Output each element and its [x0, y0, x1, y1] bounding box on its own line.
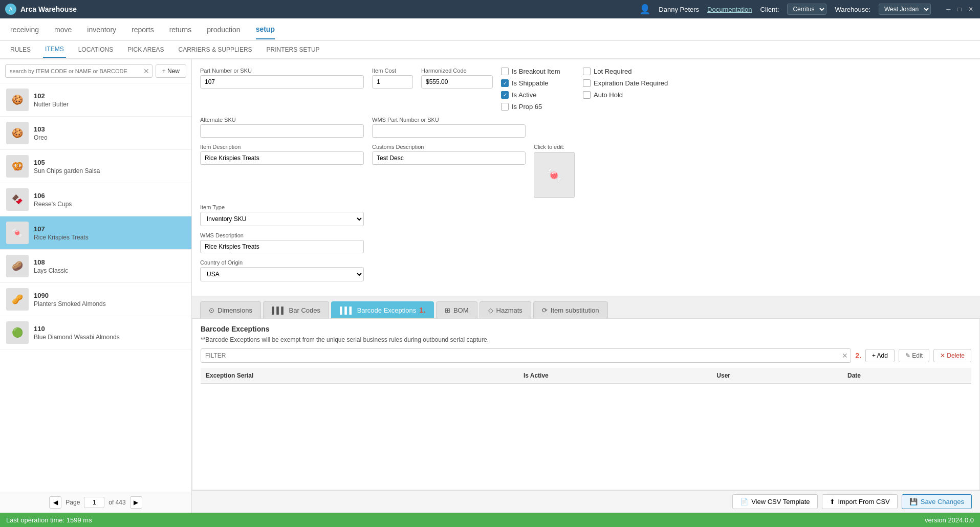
nav-setup[interactable]: setup: [256, 20, 275, 39]
checkbox-is-shippable[interactable]: ✓ Is Shippable: [501, 79, 573, 87]
tab-bom[interactable]: ⊞ BOM: [436, 301, 477, 318]
add-button[interactable]: + Add: [865, 349, 895, 362]
view-csv-button[interactable]: 📄 View CSV Template: [732, 494, 817, 509]
tab-content: Barcode Exceptions **Barcode Exceptions …: [192, 318, 980, 490]
item-desc-input[interactable]: [200, 151, 364, 165]
subnav-items[interactable]: ITEMS: [43, 41, 66, 58]
checkbox-is-prop65[interactable]: Is Prop 65: [501, 103, 573, 111]
subnav-locations[interactable]: LOCATIONS: [76, 42, 115, 57]
harmonized-code-input[interactable]: [421, 75, 493, 89]
nav-inventory[interactable]: inventory: [87, 20, 116, 39]
wms-part-input[interactable]: [372, 124, 526, 138]
filter-input-wrap: ✕: [201, 348, 851, 363]
filter-input[interactable]: [201, 348, 851, 363]
csv-icon: 📄: [740, 498, 748, 506]
item-name: Rice Krispies Treats: [34, 234, 185, 241]
be-badge-2: 2.: [855, 352, 861, 360]
item-cost-label: Item Cost: [372, 68, 413, 74]
checkbox-lot-required-label: Lot Required: [594, 68, 631, 75]
form-group-wmspart: WMS Part Number or SKU: [372, 117, 526, 138]
close-btn[interactable]: ✕: [967, 5, 975, 13]
list-item[interactable]: 🍬 107 Rice Krispies Treats: [0, 216, 191, 250]
tab-hazmats[interactable]: ◇ Hazmats: [480, 301, 531, 318]
warehouse-select[interactable]: West Jordan: [879, 4, 931, 15]
import-from-button[interactable]: ⬆ Import From CSV: [822, 494, 898, 509]
checkbox-is-breakout[interactable]: Is Breakout Item: [501, 68, 573, 75]
next-page-button[interactable]: ▶: [130, 496, 142, 509]
list-item[interactable]: 🟢 110 Blue Diamond Wasabi Almonds: [0, 316, 191, 349]
checkbox-lot-required-box[interactable]: [583, 68, 591, 75]
wms-desc-label: WMS Description: [200, 232, 364, 238]
list-item[interactable]: 🥜 1090 Planters Smoked Almonds: [0, 283, 191, 316]
checkbox-auto-hold-box[interactable]: [583, 91, 591, 99]
maximize-btn[interactable]: □: [955, 5, 964, 13]
wms-desc-input[interactable]: [200, 240, 364, 253]
page-input[interactable]: [84, 497, 104, 508]
item-type-select[interactable]: Inventory SKU: [200, 212, 364, 226]
checkbox-lot-required[interactable]: Lot Required: [583, 68, 655, 75]
item-list: 🍪 102 Nutter Butter 🍪 103 Oreo 🥨 105 Sun…: [0, 83, 191, 492]
documentation-link[interactable]: Documentation: [707, 6, 752, 13]
right-panel-inner: Part Number or SKU Item Cost Harmonized …: [192, 59, 980, 490]
tab-dimensions[interactable]: ⊙ Dimensions: [200, 301, 261, 318]
list-item[interactable]: 🍪 103 Oreo: [0, 117, 191, 150]
checkbox-auto-hold[interactable]: Auto Hold: [583, 91, 655, 99]
search-clear-icon[interactable]: ✕: [143, 67, 149, 75]
checkbox-is-breakout-box[interactable]: [501, 68, 509, 75]
bom-icon: ⊞: [445, 306, 450, 314]
form-group-itemdesc: Item Description: [200, 144, 364, 165]
search-input[interactable]: [5, 64, 153, 78]
form-row-2: Alternate SKU WMS Part Number or SKU: [200, 117, 972, 138]
nav-reports[interactable]: reports: [132, 20, 154, 39]
checkbox-is-active[interactable]: ✓ Is Active: [501, 91, 573, 99]
edit-button[interactable]: ✎ Edit: [899, 349, 929, 362]
save-changes-button[interactable]: 💾 Save Changes: [902, 494, 972, 509]
checkbox-exp-date[interactable]: Expiration Date Required: [583, 79, 668, 87]
product-image[interactable]: 🍬: [534, 152, 575, 198]
subnav-carriers[interactable]: CARRIERS & SUPPLIERS: [177, 42, 254, 57]
checkbox-is-active-box[interactable]: ✓: [501, 91, 509, 99]
user-name: Danny Peters: [659, 6, 699, 13]
nav-move[interactable]: move: [54, 20, 72, 39]
part-number-label: Part Number or SKU: [200, 68, 364, 74]
status-message: Last operation time: 1599 ms: [6, 516, 92, 524]
tab-barcodes[interactable]: ▌▌▌ Bar Codes: [263, 301, 329, 318]
prev-page-button[interactable]: ◀: [49, 496, 61, 509]
subnav-pick-areas[interactable]: PICK AREAS: [125, 42, 166, 57]
list-item[interactable]: 🍫 106 Reese's Cups: [0, 183, 191, 216]
tab-barcode-exceptions[interactable]: ▌▌▌ Barcode Exceptions 1.: [331, 301, 434, 318]
client-select[interactable]: Cerritus: [787, 4, 826, 15]
country-select[interactable]: USA: [200, 267, 364, 281]
filter-clear-icon[interactable]: ✕: [842, 352, 848, 360]
list-item[interactable]: 🥔 108 Lays Classic: [0, 250, 191, 283]
alt-sku-input[interactable]: [200, 124, 364, 138]
new-button[interactable]: + New: [156, 64, 186, 78]
list-item[interactable]: 🍪 102 Nutter Butter: [0, 83, 191, 117]
part-number-input[interactable]: [200, 75, 364, 89]
item-name: Oreo: [34, 134, 185, 141]
nav-receiving[interactable]: receiving: [10, 20, 39, 39]
subnav-rules[interactable]: RULES: [8, 42, 33, 57]
checkbox-exp-date-box[interactable]: [583, 79, 591, 87]
delete-button[interactable]: ✕ Delete: [933, 349, 971, 362]
right-panel: Part Number or SKU Item Cost Harmonized …: [192, 59, 980, 513]
item-cost-input[interactable]: [372, 75, 413, 89]
nav-production[interactable]: production: [207, 20, 240, 39]
checkbox-exp-date-label: Expiration Date Required: [594, 79, 668, 87]
hazmats-icon: ◇: [488, 306, 493, 314]
form-group-country: Country of Origin USA: [200, 259, 364, 281]
tab-item-substitution[interactable]: ⟳ Item substitution: [533, 301, 608, 318]
item-type-label: Item Type: [200, 204, 364, 210]
minimize-btn[interactable]: ─: [944, 5, 952, 13]
nav-returns[interactable]: returns: [169, 20, 192, 39]
form-group-partnum: Part Number or SKU: [200, 68, 364, 89]
checkbox-is-prop65-box[interactable]: [501, 103, 509, 111]
item-code: 110: [34, 325, 185, 333]
tab-barcodes-label: Bar Codes: [289, 306, 320, 314]
subnav-printers[interactable]: PRINTERS SETUP: [265, 42, 322, 57]
be-header: Barcode Exceptions: [201, 325, 971, 333]
checkbox-is-prop65-label: Is Prop 65: [512, 103, 542, 111]
customs-desc-input[interactable]: [372, 151, 526, 165]
checkbox-is-shippable-box[interactable]: ✓: [501, 79, 509, 87]
list-item[interactable]: 🥨 105 Sun Chips garden Salsa: [0, 150, 191, 183]
